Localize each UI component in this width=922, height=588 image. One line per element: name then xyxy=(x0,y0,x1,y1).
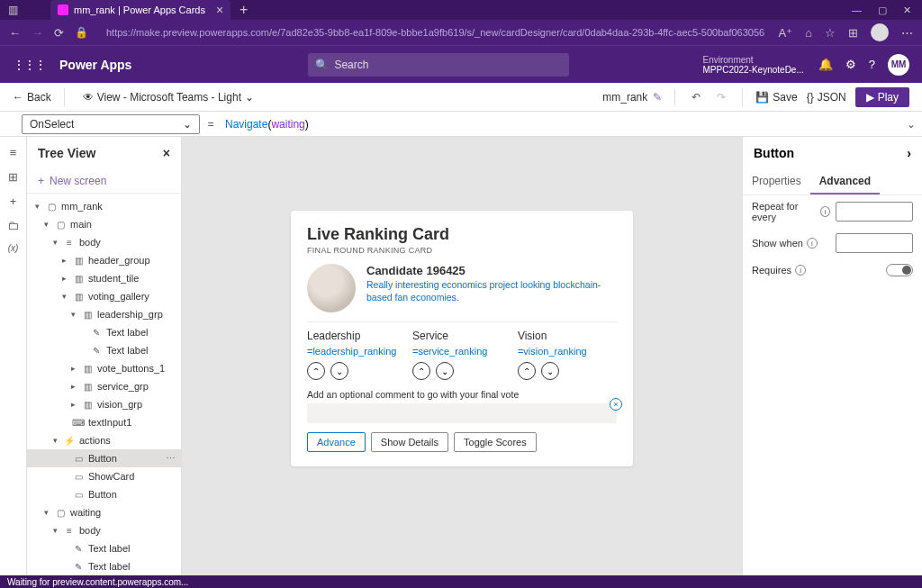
requires-toggle[interactable] xyxy=(886,264,913,276)
profile-icon[interactable] xyxy=(871,23,889,41)
tree-node[interactable]: ▾≡body xyxy=(27,233,181,251)
tree-node[interactable]: ▸▥student_tile xyxy=(27,269,181,287)
clear-input-icon[interactable]: × xyxy=(610,398,622,411)
tree-node[interactable]: ▸▥vision_grp xyxy=(27,395,181,413)
close-window-icon[interactable]: ✕ xyxy=(903,5,911,16)
tree-node[interactable]: ▭Button⋯ xyxy=(27,449,181,467)
new-tab-button[interactable]: + xyxy=(230,2,257,18)
props-title: Button xyxy=(754,146,794,160)
browser-tab[interactable]: mm_rank | Power Apps Cards × xyxy=(50,0,230,20)
tree-node[interactable]: ✎Text label xyxy=(27,539,181,557)
maximize-icon[interactable]: ▢ xyxy=(878,5,887,16)
data-rail-icon[interactable]: 🗀 xyxy=(7,219,19,232)
settings-icon[interactable]: ⚙ xyxy=(845,58,856,71)
tree-node[interactable]: ▭Button xyxy=(27,485,181,503)
save-button[interactable]: 💾 Save xyxy=(755,91,797,104)
info-icon[interactable]: i xyxy=(820,206,830,217)
collections-icon[interactable]: ⊞ xyxy=(848,26,858,40)
search-input[interactable]: 🔍 Search xyxy=(308,53,569,77)
tree-node[interactable]: ▸▥header_group xyxy=(27,251,181,269)
view-dropdown[interactable]: 👁 View - Microsoft Teams - Light ⌄ xyxy=(83,91,254,104)
tree-node[interactable]: ▸▥vote_buttons_1 xyxy=(27,359,181,377)
candidate-photo xyxy=(307,264,356,312)
user-avatar[interactable]: MM xyxy=(888,54,909,76)
prop-show-label: Show when xyxy=(752,238,803,249)
tree-title: Tree View xyxy=(38,146,95,160)
vote-up-button[interactable]: ⌃ xyxy=(307,362,325,380)
tree-view-panel: Tree View × + New screen ▾▢mm_rank▾▢main… xyxy=(27,137,182,575)
close-tab-icon[interactable]: × xyxy=(216,3,223,17)
add-rail-icon[interactable]: + xyxy=(10,194,17,208)
vote-up-button[interactable]: ⌃ xyxy=(518,362,536,380)
play-icon: ▶ xyxy=(866,91,874,104)
tree-node[interactable]: ▾▢main xyxy=(27,215,181,233)
chevron-right-icon[interactable]: › xyxy=(907,146,911,160)
shopping-icon[interactable]: ⌂ xyxy=(805,26,812,40)
info-icon[interactable]: i xyxy=(795,265,806,276)
tree-node[interactable]: ▾≡body xyxy=(27,521,181,539)
formula-input[interactable]: Navigate(waiting) xyxy=(221,112,900,136)
tree-node[interactable]: ⌨textInput1 xyxy=(27,413,181,431)
insert-rail-icon[interactable]: ⊞ xyxy=(8,170,18,184)
vote-down-button[interactable]: ⌄ xyxy=(541,362,559,380)
close-panel-icon[interactable]: × xyxy=(163,146,170,160)
undo-button[interactable]: ↶ xyxy=(688,91,704,104)
tab-advanced[interactable]: Advanced xyxy=(810,169,880,194)
tab-properties[interactable]: Properties xyxy=(743,169,810,194)
refresh-icon[interactable]: ⟳ xyxy=(54,26,64,40)
tree-node[interactable]: ✎Text label xyxy=(27,557,181,575)
reader-icon[interactable]: A⁺ xyxy=(778,26,792,40)
tree-node[interactable]: ▾▢mm_rank xyxy=(27,197,181,215)
back-icon[interactable]: ← xyxy=(9,26,21,40)
show-when-input[interactable] xyxy=(836,233,913,253)
property-selector[interactable]: OnSelect ⌄ xyxy=(22,114,200,134)
environment-picker[interactable]: Environment MPPC2022-KeynoteDe... xyxy=(702,55,803,75)
tree-node[interactable]: ▸▥service_grp xyxy=(27,377,181,395)
info-icon[interactable]: i xyxy=(807,238,818,249)
equals-icon: = xyxy=(200,112,221,136)
lock-icon[interactable]: 🔒 xyxy=(75,26,88,39)
repeat-input[interactable] xyxy=(836,202,913,222)
variables-rail-icon[interactable]: (x) xyxy=(8,243,19,253)
design-canvas[interactable]: Live Ranking Card FINAL ROUND RANKING CA… xyxy=(182,137,742,575)
minimize-icon[interactable]: — xyxy=(852,5,862,16)
card-action-button[interactable]: Show Details xyxy=(371,432,448,452)
chevron-down-icon: ⌄ xyxy=(245,91,254,104)
play-button[interactable]: ▶ Play xyxy=(855,87,909,107)
card-action-button[interactable]: Advance xyxy=(307,432,366,452)
tree-node[interactable]: ▾▢waiting xyxy=(27,503,181,521)
expand-formula-icon[interactable]: ⌄ xyxy=(900,112,922,136)
menu-icon[interactable]: ⋯ xyxy=(901,26,913,40)
vote-down-button[interactable]: ⌄ xyxy=(330,362,348,380)
tree-node[interactable]: ▾▥leadership_grp xyxy=(27,305,181,323)
tree-node[interactable]: ▾⚡actions xyxy=(27,431,181,449)
vote-down-button[interactable]: ⌄ xyxy=(436,362,454,380)
tree-node[interactable]: ▭ShowCard xyxy=(27,467,181,485)
tree-node[interactable]: ✎Text label xyxy=(27,323,181,341)
favicon-icon xyxy=(58,5,68,15)
new-screen-button[interactable]: + New screen xyxy=(27,169,181,194)
help-icon[interactable]: ? xyxy=(869,58,875,71)
app-title: Power Apps xyxy=(59,58,131,72)
properties-panel: Button › Properties Advanced Repeat for … xyxy=(742,137,922,575)
json-button[interactable]: {} JSON xyxy=(807,91,846,104)
braces-icon: {} xyxy=(807,91,814,104)
left-rail: ≡ ⊞ + 🗀 (x) xyxy=(0,137,27,575)
live-ranking-card: Live Ranking Card FINAL ROUND RANKING CA… xyxy=(291,211,633,466)
app-launcher-icon[interactable]: ⋮⋮⋮ xyxy=(13,58,45,72)
browser-titlebar: ▥ mm_rank | Power Apps Cards × + — ▢ ✕ xyxy=(0,0,922,20)
tree-node[interactable]: ✎Text label xyxy=(27,341,181,359)
back-button[interactable]: ← Back xyxy=(13,91,51,104)
tree-rail-icon[interactable]: ≡ xyxy=(10,146,17,159)
redo-button: ↷ xyxy=(713,91,729,104)
tab-title: mm_rank | Power Apps Cards xyxy=(74,5,205,15)
vote-up-button[interactable]: ⌃ xyxy=(412,362,430,380)
address-bar[interactable]: https://make.preview.powerapps.com/e/7ad… xyxy=(99,27,767,38)
comment-input[interactable]: × xyxy=(307,403,617,423)
edit-name-icon[interactable]: ✎ xyxy=(653,91,662,104)
notifications-icon[interactable]: 🔔 xyxy=(818,58,833,71)
favorite-icon[interactable]: ☆ xyxy=(825,26,836,40)
tab-list-icon[interactable]: ▥ xyxy=(0,4,25,16)
tree-node[interactable]: ▾▥voting_gallery xyxy=(27,287,181,305)
card-action-button[interactable]: Toggle Scores xyxy=(454,432,537,452)
